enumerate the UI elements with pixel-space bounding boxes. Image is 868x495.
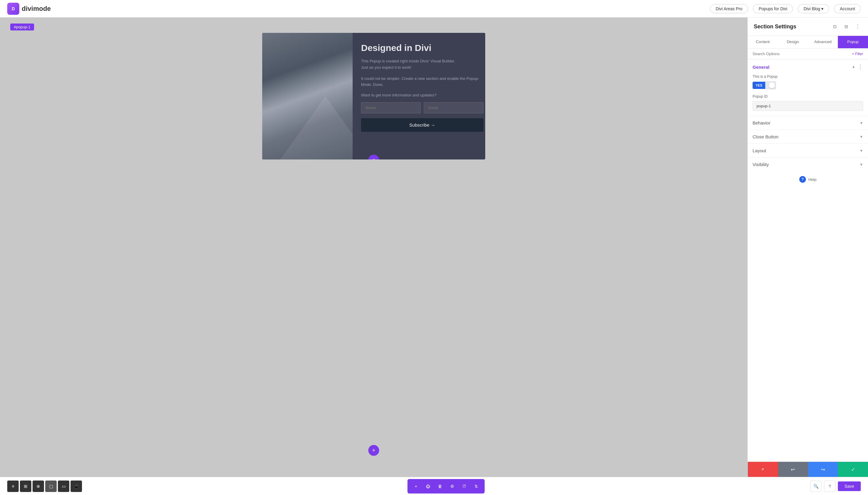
email-input[interactable] — [424, 102, 483, 113]
save-button[interactable]: Save — [838, 481, 861, 491]
section-close-button-title: Close Button — [752, 134, 779, 139]
hamburger-button[interactable]: ≡ — [7, 480, 19, 492]
section-layout-header[interactable]: Layout ▼ — [748, 144, 868, 157]
search-input[interactable] — [752, 52, 852, 56]
center-toolbar-group: + ⏻ 🗑 ⚙ ⏱ ⇅ — [407, 479, 485, 494]
canvas-area: #popup-1 Designed in Divi This Popup is … — [0, 17, 747, 477]
sidebar-title: Section Settings — [754, 23, 796, 30]
chevron-close-button-icon: ▼ — [860, 135, 863, 139]
subscribe-button[interactable]: Subscribe → — [361, 118, 483, 132]
settings-button[interactable]: ⚙ — [447, 481, 457, 492]
popup-id-input[interactable] — [752, 101, 863, 111]
section-behavior-header[interactable]: Behavior ▼ — [748, 116, 868, 130]
bottom-action-bar: × ↩ ↪ ✓ — [748, 462, 868, 477]
this-is-a-popup-toggle[interactable]: YES — [752, 81, 777, 89]
history-button[interactable]: ⏱ — [459, 481, 470, 492]
section-visibility-title: Visibility — [752, 162, 769, 167]
popup-desc1: This Popup is created right inside Divis… — [361, 58, 483, 71]
filter-button[interactable]: + Filter — [852, 52, 863, 56]
fullscreen-icon[interactable]: ⊡ — [831, 22, 839, 31]
sidebar-header: Section Settings ⊡ ⊟ ⋮ — [748, 17, 868, 36]
logo-area: D divimode — [7, 3, 51, 15]
power-button[interactable]: ⏻ — [422, 481, 433, 492]
popup-content: Designed in Divi This Popup is created r… — [353, 33, 485, 159]
popup-title: Designed in Divi — [361, 42, 483, 53]
undo-button[interactable]: ↩ — [778, 462, 808, 477]
this-is-a-popup-label: This is a Popup — [752, 74, 863, 79]
floating-add-button[interactable]: + — [368, 445, 379, 456]
toggle-yes-label: YES — [752, 82, 765, 89]
popup-desc-italic: Want to get more information and updates… — [361, 93, 483, 97]
sidebar: Section Settings ⊡ ⊟ ⋮ Content Design Ad… — [747, 17, 868, 477]
tab-content[interactable]: Content — [748, 36, 778, 48]
chevron-layout-icon: ▼ — [860, 149, 863, 153]
layout-icon[interactable]: ⊟ — [842, 22, 851, 31]
popup-image — [262, 33, 353, 159]
bottom-toolbar: ≡ ⊞ ⊕ ▢ ▭ 📱 + ⏻ 🗑 ⚙ ⏱ ⇅ 🔍 ? Save — [0, 477, 868, 495]
left-toolbar-group: ≡ ⊞ ⊕ ▢ ▭ 📱 — [7, 480, 82, 492]
name-input[interactable] — [361, 102, 421, 113]
popup-desc2: It could not be simpler: Create a new se… — [361, 76, 483, 88]
confirm-button[interactable]: ✓ — [838, 462, 868, 477]
more-options-icon[interactable]: ⋮ — [853, 22, 862, 31]
section-general-body: This is a Popup YES Popup ID — [748, 74, 868, 116]
tab-design[interactable]: Design — [778, 36, 808, 48]
section-behavior-title: Behavior — [752, 120, 770, 125]
delete-button[interactable]: 🗑 — [435, 481, 446, 492]
tab-advanced[interactable]: Advanced — [808, 36, 838, 48]
help-row: ? Help — [748, 171, 868, 188]
chevron-behavior-icon: ▼ — [860, 121, 863, 125]
form-row — [361, 102, 483, 113]
search-toolbar-button[interactable]: 🔍 — [810, 480, 821, 492]
logo-icon: D — [7, 3, 19, 15]
tablet-view-button[interactable]: ▭ — [58, 480, 69, 492]
section-close-button-header[interactable]: Close Button ▼ — [748, 130, 868, 143]
nav-divi-blog[interactable]: Divi Blog ▾ — [798, 4, 829, 13]
chevron-up-icon: ▼ — [852, 65, 855, 69]
main-layout: #popup-1 Designed in Divi This Popup is … — [0, 17, 868, 477]
search-toolbar-icon: 🔍 — [813, 484, 819, 489]
sidebar-tabs: Content Design Advanced Popup — [748, 36, 868, 49]
mobile-view-button[interactable]: 📱 — [71, 480, 82, 492]
redo-button[interactable]: ↪ — [808, 462, 838, 477]
logo-text: divimode — [22, 5, 51, 13]
cancel-button[interactable]: × — [748, 462, 778, 477]
add-element-button[interactable]: + — [411, 481, 421, 492]
help-toolbar-icon: ? — [829, 484, 831, 489]
search-row: + Filter — [748, 49, 868, 59]
popup-id-label-field: Popup ID — [752, 95, 863, 99]
top-nav: D divimode Divi Areas Pro Popups for Div… — [0, 0, 868, 17]
help-icon[interactable]: ? — [799, 176, 806, 183]
tab-popup[interactable]: Popup — [838, 36, 868, 48]
chevron-down-icon: ▾ — [821, 6, 823, 11]
toggle-thumb — [769, 82, 775, 88]
nav-divi-areas-pro[interactable]: Divi Areas Pro — [710, 4, 748, 13]
section-layout-title: Layout — [752, 148, 766, 153]
section-general-title: General — [752, 65, 769, 70]
zoom-button[interactable]: ⊕ — [33, 480, 44, 492]
section-visibility-header[interactable]: Visibility ▼ — [748, 158, 868, 171]
toggle-track[interactable] — [765, 81, 776, 89]
help-label: Help — [808, 177, 816, 182]
nav-account[interactable]: Account — [834, 4, 861, 13]
help-toolbar-button[interactable]: ? — [824, 480, 835, 492]
sidebar-content: General ▼ ⋮ This is a Popup YES Popup ID — [748, 59, 868, 462]
grid-button[interactable]: ⊞ — [20, 480, 31, 492]
nav-popups-for-divi[interactable]: Popups for Divi — [753, 4, 793, 13]
sidebar-header-icons: ⊡ ⊟ ⋮ — [831, 22, 862, 31]
section-general-more-icon[interactable]: ⋮ — [858, 64, 863, 70]
popup-container: Designed in Divi This Popup is created r… — [262, 33, 485, 159]
sort-button[interactable]: ⇅ — [471, 481, 482, 492]
desktop-view-button[interactable]: ▢ — [45, 480, 57, 492]
popup-id-label: #popup-1 — [10, 23, 34, 31]
chevron-visibility-icon: ▼ — [860, 163, 863, 167]
right-toolbar-group: 🔍 ? Save — [810, 480, 861, 492]
section-general-header[interactable]: General ▼ ⋮ — [748, 59, 868, 74]
